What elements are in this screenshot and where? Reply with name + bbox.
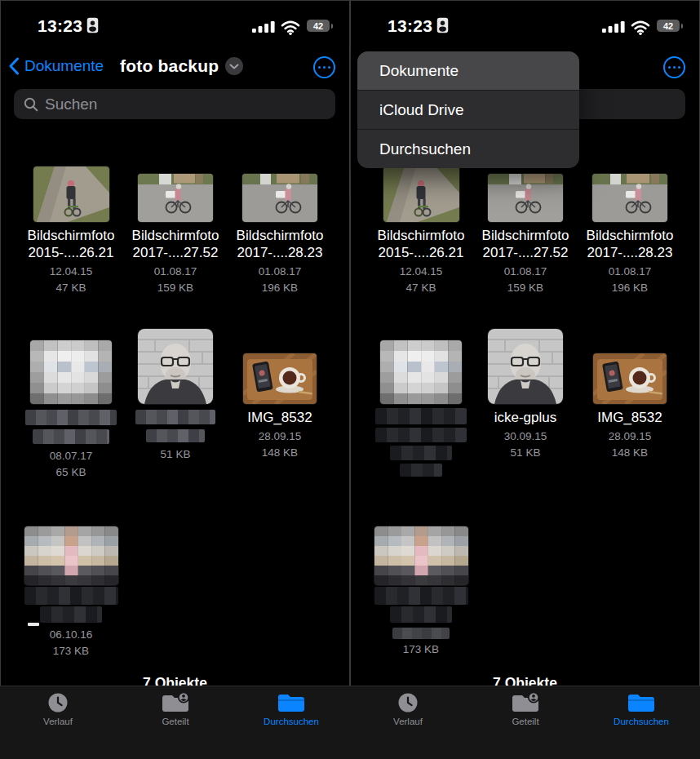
file-name: Bildschirmfoto xyxy=(28,227,115,244)
file-size: 148 KB xyxy=(262,445,298,461)
file-name: 2017-....28.23 xyxy=(237,244,323,261)
file-item-redacted[interactable]: 173 KB xyxy=(366,526,476,658)
file-date: 28.09.15 xyxy=(259,428,302,445)
thumbnail-tea-tray xyxy=(593,353,667,404)
redacted-name-bar xyxy=(374,587,468,605)
menu-item-durchsuchen[interactable]: Durchsuchen xyxy=(357,129,579,168)
shared-folder-icon xyxy=(512,692,539,713)
battery-indicator: 42 xyxy=(307,20,330,32)
file-item-redacted[interactable]: 06.10.16 173 KB xyxy=(16,526,126,659)
folder-icon xyxy=(627,692,655,713)
file-item[interactable]: Bildschirmfoto 2017-....27.52 01.08.17 1… xyxy=(471,166,580,296)
tab-label: Verlauf xyxy=(43,717,73,726)
menu-item-dokumente[interactable]: Dokumente xyxy=(357,51,579,90)
thumbnail-child-on-bike xyxy=(488,174,563,222)
battery-nub xyxy=(681,24,684,29)
redacted-bar xyxy=(375,428,467,442)
file-name: 2015-....26.21 xyxy=(379,244,464,261)
chevron-left-icon xyxy=(8,57,20,75)
battery-nub xyxy=(331,24,334,29)
thumbnail-child-on-bike xyxy=(592,174,667,222)
wifi-icon xyxy=(631,20,650,35)
file-item[interactable]: icke-gplus 30.09.15 51 KB xyxy=(471,329,580,461)
clock-icon xyxy=(47,692,69,713)
title-dropdown-button[interactable] xyxy=(225,57,243,75)
tab-bar: Verlauf Geteilt Durchsuchen xyxy=(350,686,700,759)
file-date: 01.08.17 xyxy=(609,264,652,280)
file-item[interactable]: Bildschirmfoto 2015-....26.21 12.04.15 4… xyxy=(366,166,476,296)
thumbnail-tea-tray xyxy=(243,353,317,404)
wifi-icon xyxy=(281,20,300,35)
file-item[interactable]: 51 KB xyxy=(121,329,230,463)
menu-item-icloud-drive[interactable]: iCloud Drive xyxy=(357,90,579,129)
file-item-redacted[interactable]: 08.07.17 65 KB xyxy=(16,329,126,481)
file-item-redacted[interactable] xyxy=(366,329,476,477)
file-item[interactable]: IMG_8532 28.09.15 148 KB xyxy=(225,329,334,461)
status-time: 13:23 xyxy=(38,16,82,36)
tab-label: Durchsuchen xyxy=(614,717,669,726)
tab-label: Geteilt xyxy=(512,717,538,726)
file-name: 2017-....27.52 xyxy=(133,244,219,261)
file-name: 2017-....27.52 xyxy=(483,244,569,261)
menu-item-label: Dokumente xyxy=(379,62,459,80)
back-label: Dokumente xyxy=(24,57,104,75)
back-button[interactable]: Dokumente xyxy=(8,57,104,75)
file-item[interactable]: Bildschirmfoto 2017-....28.23 01.08.17 1… xyxy=(225,166,334,296)
menu-item-label: iCloud Drive xyxy=(379,101,463,119)
tab-browse[interactable]: Durchsuchen xyxy=(246,692,336,726)
file-name: Bildschirmfoto xyxy=(378,227,465,244)
status-person-badge-icon xyxy=(436,17,449,33)
redacted-name-bar xyxy=(25,410,117,425)
thumbnail-child-on-path xyxy=(383,166,459,222)
tab-browse[interactable]: Durchsuchen xyxy=(596,692,686,726)
thumbnail-portrait xyxy=(138,329,213,404)
file-name: Bildschirmfoto xyxy=(587,227,674,244)
file-size: 51 KB xyxy=(161,446,191,463)
file-size: 47 KB xyxy=(56,280,86,296)
status-time: 13:23 xyxy=(388,16,432,36)
thumbnail-child-on-bike xyxy=(138,174,213,222)
file-name: 2017-....28.23 xyxy=(587,244,673,261)
folder-title-group[interactable]: foto backup xyxy=(120,56,243,76)
redacted-name-bar xyxy=(40,606,102,623)
file-item[interactable]: Bildschirmfoto 2015-....26.21 12.04.15 4… xyxy=(16,166,126,296)
tab-shared[interactable]: Geteilt xyxy=(131,692,220,726)
thumbnail-pixelated xyxy=(380,340,462,404)
search-input[interactable]: Suchen xyxy=(14,89,335,119)
tab-history[interactable]: Verlauf xyxy=(363,692,453,726)
search-placeholder: Suchen xyxy=(45,95,97,113)
file-size: 159 KB xyxy=(157,280,193,296)
more-options-button[interactable] xyxy=(313,56,335,78)
file-name: IMG_8532 xyxy=(597,409,662,426)
battery-indicator: 42 xyxy=(657,20,680,32)
file-item[interactable]: IMG_8532 28.09.15 148 KB xyxy=(575,329,684,461)
menu-item-label: Durchsuchen xyxy=(379,140,471,158)
tab-shared[interactable]: Geteilt xyxy=(481,692,570,726)
file-size: 173 KB xyxy=(403,641,439,658)
file-date: 01.08.17 xyxy=(504,264,547,280)
file-size: 173 KB xyxy=(53,643,89,659)
file-size: 47 KB xyxy=(406,280,436,296)
file-size: 65 KB xyxy=(56,464,86,481)
file-name: icke-gplus xyxy=(494,409,557,426)
file-item[interactable]: Bildschirmfoto 2017-....27.52 01.08.17 1… xyxy=(121,166,230,296)
search-icon xyxy=(24,97,38,112)
tab-history[interactable]: Verlauf xyxy=(13,692,103,726)
file-date: 28.09.15 xyxy=(609,428,652,445)
file-size: 148 KB xyxy=(612,445,648,461)
file-name: 2015-....26.21 xyxy=(29,244,114,261)
file-date: 08.07.17 xyxy=(50,448,93,464)
clock-icon xyxy=(397,692,419,713)
redacted-underscore xyxy=(28,623,39,626)
file-item[interactable]: Bildschirmfoto 2017-....28.23 01.08.17 1… xyxy=(575,166,684,296)
tab-bar: Verlauf Geteilt Durchsuchen xyxy=(0,686,350,759)
file-size: 159 KB xyxy=(507,280,543,296)
folder-icon xyxy=(277,692,305,713)
file-date: 12.04.15 xyxy=(400,264,443,280)
file-date: 12.04.15 xyxy=(50,264,93,280)
more-options-button[interactable] xyxy=(663,56,685,78)
signal-strength-icon xyxy=(602,21,625,33)
redacted-date-bar xyxy=(146,429,205,442)
file-date: 30.09.15 xyxy=(504,428,547,445)
phone-screen-dropdown-open: 13:23 42 Suchen Dokumente iCloud Drive D… xyxy=(350,0,700,759)
